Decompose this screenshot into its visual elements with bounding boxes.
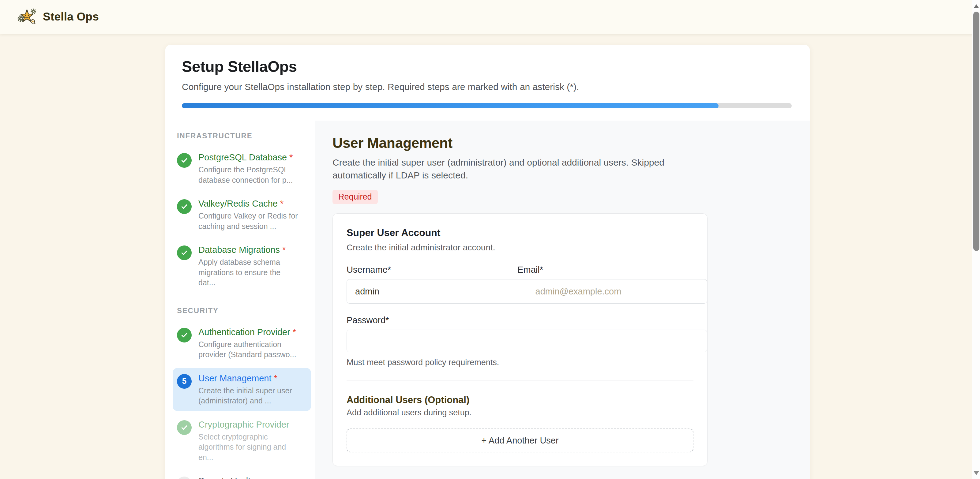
required-asterisk: * [280, 199, 283, 208]
section-label-security: SECURITY [177, 306, 311, 315]
additional-users-title: Additional Users (Optional) [347, 395, 694, 406]
panel-subtitle: Create the initial administrator account… [347, 243, 694, 253]
stella-ops-logo-icon [17, 7, 37, 27]
sidebar-item-cryptographic-provider[interactable]: Cryptographic Provider Select cryptograp… [173, 414, 311, 468]
additional-users-subtitle: Add additional users during setup. [347, 408, 694, 417]
panel-title: Super User Account [347, 227, 694, 239]
email-label: Email* [517, 265, 694, 275]
password-label: Password* [347, 315, 694, 325]
required-asterisk: * [274, 373, 277, 383]
super-user-account-panel: Super User Account Create the initial ad… [332, 213, 708, 466]
required-asterisk: * [282, 245, 286, 255]
username-email-field-group [347, 279, 707, 304]
step-title: Database Migrations [198, 245, 280, 255]
step-done-check-icon [177, 153, 192, 168]
step-content-pane: User Management Create the initial super… [315, 121, 810, 479]
step-description: Configure the PostgreSQL database connec… [198, 165, 299, 185]
sidebar-item-secrets-vault[interactable]: 7 Secrets Vault Configure a secrets vaul… [173, 470, 311, 479]
window-scrollbar [972, 0, 980, 479]
sidebar-item-user-management[interactable]: 5 User Management* Create the initial su… [173, 368, 311, 411]
username-label: Username* [347, 265, 517, 275]
step-title: Cryptographic Provider [198, 420, 289, 430]
setup-progress-bar [182, 103, 792, 108]
step-number-badge: 7 [177, 477, 192, 479]
brand: Stella Ops [17, 7, 99, 27]
password-helper-text: Must meet password policy requirements. [347, 358, 694, 367]
step-heading: User Management [332, 135, 810, 151]
step-done-check-icon [177, 420, 192, 435]
top-navbar: Stella Ops [0, 0, 980, 33]
required-status-badge: Required [332, 190, 378, 204]
setup-header: Setup StellaOps Configure your StellaOps… [165, 45, 810, 121]
sidebar-item-database-migrations[interactable]: Database Migrations* Apply database sche… [173, 239, 311, 293]
scrollbar-up-arrow[interactable] [972, 0, 980, 12]
setup-card: Setup StellaOps Configure your StellaOps… [165, 45, 810, 479]
brand-name: Stella Ops [43, 10, 99, 23]
step-title: Valkey/Redis Cache [198, 199, 278, 208]
step-done-check-icon [177, 328, 192, 342]
step-done-check-icon [177, 199, 192, 214]
step-description: Configure authentication provider (Stand… [198, 339, 299, 360]
step-description-text: Create the initial super user (administr… [332, 156, 672, 182]
scrollbar-down-arrow[interactable] [972, 467, 980, 479]
step-description: Configure Valkey or Redis for caching an… [198, 211, 299, 231]
section-divider [347, 380, 694, 380]
section-label-infrastructure: INFRASTRUCTURE [177, 132, 311, 140]
step-description: Create the initial super user (administr… [198, 386, 299, 406]
step-number-badge: 5 [177, 374, 192, 389]
sidebar-item-valkey-redis-cache[interactable]: Valkey/Redis Cache* Configure Valkey or … [173, 193, 311, 236]
page-subtitle: Configure your StellaOps installation st… [182, 82, 792, 92]
step-title: Authentication Provider [198, 327, 290, 337]
step-description: Apply database schema migrations to ensu… [198, 257, 299, 288]
add-another-user-button[interactable]: + Add Another User [347, 428, 694, 452]
required-asterisk: * [293, 327, 296, 337]
page-title: Setup StellaOps [182, 58, 792, 76]
required-asterisk: * [289, 153, 293, 162]
setup-progress-fill [182, 103, 719, 108]
step-title: Secrets Vault [198, 476, 250, 479]
sidebar-item-authentication-provider[interactable]: Authentication Provider* Configure authe… [173, 322, 311, 365]
username-input[interactable] [347, 279, 527, 303]
step-title: PostgreSQL Database [198, 153, 287, 162]
step-description: Select cryptographic algorithms for sign… [198, 432, 299, 463]
setup-steps-sidebar: INFRASTRUCTURE PostgreSQL Database* Conf… [165, 121, 315, 479]
email-input[interactable] [527, 279, 707, 303]
password-input[interactable] [347, 329, 707, 352]
sidebar-item-postgresql-database[interactable]: PostgreSQL Database* Configure the Postg… [173, 147, 311, 190]
step-title: User Management [198, 373, 272, 383]
scrollbar-thumb[interactable] [973, 12, 979, 251]
step-done-check-icon [177, 245, 192, 260]
